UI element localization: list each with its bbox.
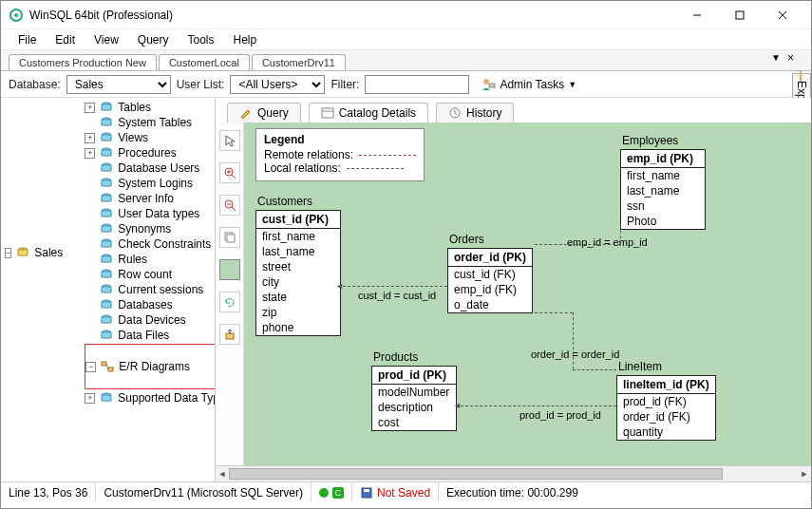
tool-copy[interactable] (219, 227, 240, 248)
canvas-hscroll[interactable]: ◄ ► (216, 465, 811, 481)
rel-emp-label: emp_id = emp_id (567, 236, 648, 248)
tree-item[interactable]: Rules (85, 252, 216, 267)
entity-title: Orders (447, 233, 533, 246)
entity-pk: prod_id (PK) (372, 367, 456, 385)
tab-catalog[interactable]: Catalog Details (309, 103, 428, 123)
status-pos: Line 13, Pos 36 (1, 482, 96, 502)
tabs-caret-icon[interactable]: ▼ (771, 52, 781, 63)
tree-item[interactable]: Synonyms (85, 221, 216, 236)
legend-local-line (347, 168, 404, 169)
menu-query[interactable]: Query (128, 31, 179, 48)
admin-icon (481, 77, 496, 92)
entity-employees[interactable]: Employees emp_id (PK) first_name last_na… (620, 134, 706, 230)
userlist-select[interactable]: <All Users> (230, 75, 325, 94)
tree-item[interactable]: Row count (85, 267, 216, 282)
entity-lineitem[interactable]: LineItem lineItem_id (PK) prod_id (FK) o… (616, 360, 716, 441)
tree-label: Rules (116, 252, 149, 267)
conn-tab-2[interactable]: CustomerDrv11 (252, 54, 346, 70)
tree-icon (100, 238, 113, 250)
tab-history[interactable]: History (436, 103, 514, 123)
tree-item[interactable]: +Views (85, 130, 216, 145)
legend-remote-label: Remote relations: (264, 148, 353, 161)
tree-icon (100, 330, 113, 341)
tree-item[interactable]: System Logins (85, 176, 216, 191)
tree-item[interactable]: Server Info (85, 191, 216, 206)
tool-zoom-in[interactable] (219, 162, 240, 183)
maximize-button[interactable] (718, 1, 761, 28)
tree-label: Row count (116, 267, 174, 282)
tree-item[interactable]: User Data types (85, 206, 216, 221)
er-highlight-box: −E/R DiagramsComplete DBMost Important (85, 344, 216, 389)
admin-tasks-button[interactable]: Admin Tasks ▼ (481, 77, 576, 92)
filter-input[interactable] (365, 75, 469, 94)
svg-rect-43 (102, 362, 106, 366)
tool-export[interactable] (219, 324, 240, 345)
svg-rect-26 (102, 211, 111, 217)
tree-label: Databases (116, 297, 174, 312)
toolbar: Database: Sales User List: <All Users> F… (1, 71, 811, 98)
right-pane: Query Catalog Details History (216, 98, 811, 481)
menu-file[interactable]: File (9, 31, 46, 48)
tree-item[interactable]: −E/R DiagramsComplete DBMost Important (85, 346, 216, 387)
tree-item[interactable]: Database Users (85, 160, 216, 176)
minimize-button[interactable] (675, 1, 718, 28)
rel-line (573, 369, 616, 370)
entity-pk: emp_id (PK) (621, 150, 705, 168)
tree-label: Check Constraints (116, 236, 213, 252)
menu-edit[interactable]: Edit (46, 31, 85, 48)
legend-title: Legend (264, 133, 416, 146)
tool-pointer[interactable] (219, 130, 240, 151)
tree-item[interactable]: Data Files (85, 328, 216, 343)
menu-tools[interactable]: Tools (179, 31, 224, 48)
tree-item[interactable]: System Tables (85, 115, 216, 130)
tree-root[interactable]: −Sales +TablesSystem Tables+Views+Proced… (5, 100, 215, 405)
svg-rect-10 (18, 250, 28, 255)
entity-title: LineItem (616, 360, 716, 373)
tree-icon (101, 361, 114, 372)
tree-item[interactable]: +Tables (85, 100, 216, 115)
svg-line-45 (106, 364, 108, 369)
tree-icon (100, 223, 113, 235)
tree-item[interactable]: Databases (85, 297, 216, 312)
rel-cust-label: cust_id = cust_id (358, 290, 436, 301)
conn-tab-1[interactable]: CustomerLocal (159, 54, 250, 70)
tree-label: E/R Diagrams (117, 359, 192, 374)
tree-item[interactable]: +Procedures (85, 145, 216, 160)
tab-query[interactable]: Query (227, 103, 301, 123)
conn-tab-0[interactable]: Customers Production New (9, 54, 157, 70)
scroll-thumb[interactable] (229, 468, 723, 480)
entity-customers[interactable]: Customers cust_id (PK) first_name last_n… (255, 195, 341, 336)
svg-rect-34 (102, 272, 111, 277)
tree-icon (100, 392, 113, 404)
tool-color-swatch[interactable] (219, 259, 240, 280)
entity-orders[interactable]: Orders order_id (PK) cust_id (FK) emp_id… (447, 233, 533, 313)
tool-refresh[interactable] (219, 292, 240, 312)
tree-item[interactable]: +Supported Data Types (85, 390, 216, 405)
tree-item[interactable]: Data Devices (85, 312, 216, 328)
tool-zoom-out[interactable] (219, 195, 240, 216)
tabs-close-icon[interactable]: × (787, 51, 794, 65)
title-bar: WinSQL 64bit (Professional) (1, 1, 811, 29)
menu-view[interactable]: View (85, 31, 128, 48)
tree-icon (100, 117, 113, 128)
menu-help[interactable]: Help (224, 31, 267, 48)
tree-item[interactable]: Check Constraints (85, 236, 216, 252)
scroll-left-icon[interactable]: ◄ (216, 466, 229, 481)
er-canvas[interactable]: Legend Remote relations: Local relations… (244, 123, 811, 465)
entity-pk: lineItem_id (PK) (617, 376, 715, 394)
tree-icon (100, 147, 113, 159)
database-label: Database: (9, 78, 61, 91)
object-tree[interactable]: −Sales +TablesSystem Tables+Views+Proced… (1, 98, 216, 481)
close-button[interactable] (761, 1, 803, 28)
database-select[interactable]: Sales (66, 75, 171, 94)
entity-title: Employees (620, 134, 706, 147)
scroll-right-icon[interactable]: ► (798, 466, 811, 481)
pencil-icon (239, 107, 253, 119)
rel-line (535, 312, 573, 313)
svg-line-65 (232, 207, 236, 211)
explorer-icon (800, 70, 803, 82)
entity-products[interactable]: Products prod_id (PK) modelNumber descri… (371, 350, 457, 431)
tree-icon (100, 132, 113, 143)
tree-item[interactable]: Current sessions (85, 282, 216, 297)
svg-rect-24 (102, 196, 111, 201)
